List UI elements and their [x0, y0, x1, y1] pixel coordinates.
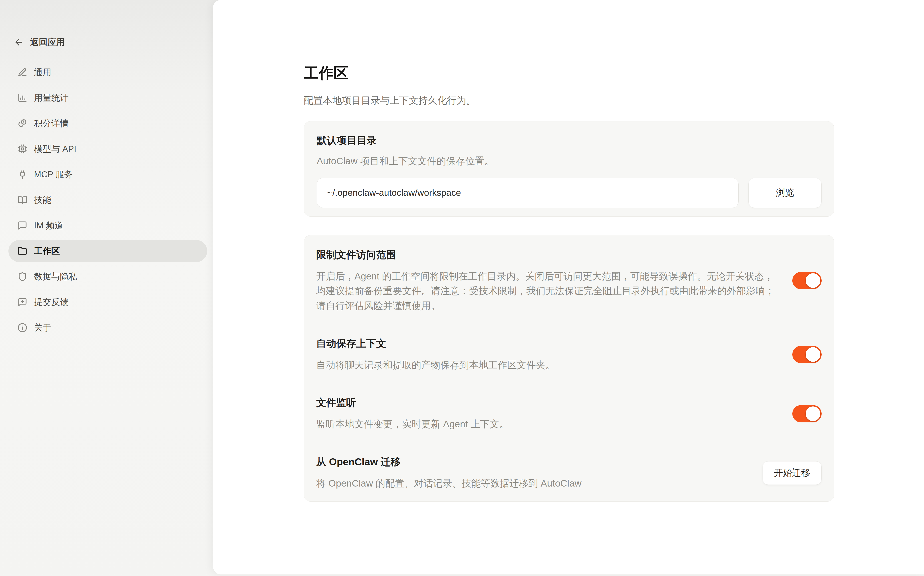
- sidebar-item-label: 模型与 API: [34, 143, 76, 155]
- sidebar-item-label: 用量统计: [34, 92, 69, 104]
- toggle-knob: [805, 347, 820, 362]
- arrow-left-icon: [14, 37, 24, 47]
- sidebar-item-label: 通用: [34, 66, 51, 78]
- sidebar-item-about[interactable]: 关于: [8, 317, 207, 339]
- sidebar-item-label: 工作区: [34, 245, 60, 257]
- auto-save-context-description: 自动将聊天记录和提取的产物保存到本地工作区文件夹。: [316, 358, 776, 373]
- workspace-settings-card: 限制文件访问范围 开启后，Agent 的工作空间将限制在工作目录内。关闭后可访问…: [304, 235, 834, 502]
- plug-icon: [18, 170, 27, 179]
- sidebar-item-label: MCP 服务: [34, 168, 73, 181]
- sidebar-item-data-privacy[interactable]: 数据与隐私: [8, 266, 207, 288]
- sidebar-item-skills[interactable]: 技能: [8, 189, 207, 211]
- sidebar-item-feedback[interactable]: 提交反馈: [8, 291, 207, 313]
- feedback-icon: [18, 297, 27, 307]
- default-directory-description: AutoClaw 项目和上下文文件的保存位置。: [317, 155, 822, 168]
- bar-chart-icon: [18, 93, 27, 103]
- restrict-file-access-title: 限制文件访问范围: [316, 248, 777, 261]
- default-directory-card: 默认项目目录 AutoClaw 项目和上下文文件的保存位置。 浏览: [304, 121, 834, 217]
- sidebar-nav: 通用 用量统计 积分详情 模型与 API MCP 服务 技能 IM 频道 工作: [8, 61, 207, 342]
- sidebar-item-im-channels[interactable]: IM 频道: [8, 214, 207, 237]
- sidebar-item-label: 关于: [34, 322, 51, 334]
- sidebar-item-label: IM 频道: [34, 219, 63, 232]
- settings-panel: 工作区 配置本地项目目录与上下文持久化行为。 默认项目目录 AutoClaw 项…: [213, 0, 924, 574]
- pencil-icon: [18, 67, 27, 77]
- file-watch-description: 监听本地文件变更，实时更新 Agent 上下文。: [316, 417, 776, 432]
- chat-icon: [18, 221, 27, 230]
- sidebar-item-general[interactable]: 通用: [8, 61, 207, 83]
- back-to-app-button[interactable]: 返回应用: [14, 36, 65, 48]
- setting-row-file-watch: 文件监听 监听本地文件变更，实时更新 Agent 上下文。: [316, 383, 822, 442]
- sidebar-item-label: 技能: [34, 194, 51, 206]
- back-to-app-label: 返回应用: [30, 36, 65, 48]
- sidebar-item-models-api[interactable]: 模型与 API: [8, 138, 207, 160]
- shield-icon: [18, 272, 27, 282]
- chip-icon: [18, 144, 27, 154]
- sidebar-item-usage-stats[interactable]: 用量统计: [8, 87, 207, 109]
- auto-save-context-title: 自动保存上下文: [316, 337, 777, 350]
- book-icon: [18, 195, 27, 205]
- toggle-knob: [805, 273, 820, 288]
- page-title: 工作区: [304, 0, 834, 81]
- sidebar: 返回应用 通用 用量统计 积分详情 模型与 API MCP 服务 技能 I: [0, 0, 213, 576]
- migrate-openclaw-title: 从 OpenClaw 迁移: [316, 455, 747, 469]
- sidebar-item-mcp-services[interactable]: MCP 服务: [8, 163, 207, 186]
- file-watch-title: 文件监听: [316, 396, 777, 409]
- sidebar-item-credits[interactable]: 积分详情: [8, 112, 207, 134]
- default-directory-title: 默认项目目录: [317, 134, 822, 147]
- browse-button[interactable]: 浏览: [748, 178, 822, 208]
- sidebar-item-label: 数据与隐私: [34, 270, 77, 283]
- restrict-file-access-toggle[interactable]: [792, 272, 822, 289]
- migrate-openclaw-description: 将 OpenClaw 的配置、对话记录、技能等数据迁移到 AutoClaw: [316, 476, 747, 491]
- restrict-file-access-description: 开启后，Agent 的工作空间将限制在工作目录内。关闭后可访问更大范围，可能导致…: [316, 269, 776, 313]
- info-icon: [18, 323, 27, 333]
- coins-icon: [18, 118, 27, 128]
- toggle-knob: [805, 406, 820, 421]
- workspace-path-input[interactable]: [317, 178, 738, 208]
- file-watch-toggle[interactable]: [792, 405, 822, 422]
- page-subtitle: 配置本地项目目录与上下文持久化行为。: [304, 94, 834, 107]
- setting-row-auto-save-context: 自动保存上下文 自动将聊天记录和提取的产物保存到本地工作区文件夹。: [316, 324, 822, 383]
- folder-icon: [18, 246, 27, 256]
- sidebar-item-label: 提交反馈: [34, 296, 69, 308]
- setting-row-restrict-file-access: 限制文件访问范围 开启后，Agent 的工作空间将限制在工作目录内。关闭后可访问…: [316, 235, 822, 324]
- setting-row-migrate-openclaw: 从 OpenClaw 迁移 将 OpenClaw 的配置、对话记录、技能等数据迁…: [316, 442, 822, 501]
- auto-save-context-toggle[interactable]: [792, 346, 822, 363]
- start-migration-button[interactable]: 开始迁移: [762, 461, 822, 485]
- sidebar-item-workspace[interactable]: 工作区: [8, 240, 207, 262]
- sidebar-item-label: 积分详情: [34, 117, 69, 130]
